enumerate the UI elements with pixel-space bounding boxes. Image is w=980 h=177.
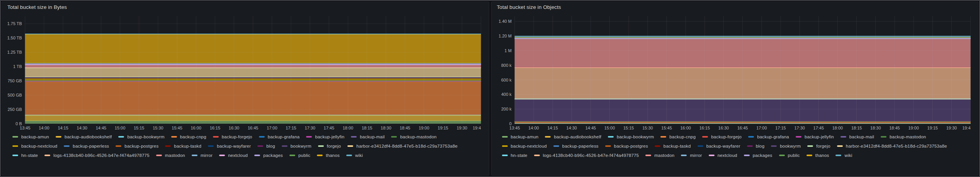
- legend-item-backup-mastodon[interactable]: backup-mastodon: [391, 132, 436, 141]
- x-tick-label: 18:15: [362, 126, 372, 130]
- series-color-swatch: [64, 145, 70, 147]
- legend-item-backup-amun[interactable]: backup-amun: [502, 132, 539, 141]
- legend-item-hn-state[interactable]: hn-state: [12, 151, 38, 160]
- legend-item-harbor-e3412df4-8dd8-47e5-b18d-c29a73753a8e[interactable]: harbor-e3412df4-8dd8-47e5-b18d-c29a73753…: [347, 141, 458, 151]
- panel-header-objects[interactable]: Total bucket size in Objects: [492, 2, 978, 12]
- legend-label: backup-cnpg: [180, 134, 206, 139]
- legend-label: backup-bookwyrm: [127, 134, 164, 139]
- legend-label: backup-forgejo: [222, 134, 252, 139]
- x-tick-label: 18:30: [870, 126, 881, 130]
- y-tick-label: 1.25 TB: [7, 50, 22, 54]
- legend-item-backup-audiobookshelf[interactable]: backup-audiobookshelf: [545, 132, 601, 141]
- legend-item-backup-mail[interactable]: backup-mail: [840, 132, 874, 141]
- legend-item-backup-taskd[interactable]: backup-taskd: [165, 141, 201, 151]
- legend-item-logs-4138cb40-b96c-4526-b47e-f474a4978775[interactable]: logs-4138cb40-b96c-4526-b47e-f474a497877…: [44, 151, 150, 160]
- legend-item-backup-taskd[interactable]: backup-taskd: [655, 141, 691, 151]
- legend-item-forgejo[interactable]: forgejo: [807, 141, 830, 151]
- x-tick-label: 15:15: [623, 126, 634, 130]
- series-color-swatch: [306, 136, 312, 138]
- legend-label: hn-state: [511, 153, 527, 158]
- legend-item-public[interactable]: public: [779, 151, 800, 160]
- x-tick-label: 15:30: [153, 126, 163, 130]
- legend-item-backup-mail[interactable]: backup-mail: [351, 132, 385, 141]
- x-tick-label: 17:00: [756, 126, 767, 130]
- series-color-swatch: [698, 145, 703, 147]
- legend-item-backup-jellyfin[interactable]: backup-jellyfin: [796, 132, 834, 141]
- legend-label: blog: [756, 144, 765, 148]
- legend-item-backup-cnpg[interactable]: backup-cnpg: [171, 132, 206, 141]
- panel-total-bucket-size-objects: Total bucket size in Objects 13:4514:001…: [491, 2, 979, 175]
- legend-item-backup-grafana[interactable]: backup-grafana: [259, 132, 300, 141]
- legend-item-wiki[interactable]: wiki: [835, 151, 852, 160]
- legend-item-forgejo[interactable]: forgejo: [318, 141, 341, 151]
- series-color-swatch: [318, 145, 324, 147]
- legend-label: backup-taskd: [664, 144, 691, 148]
- x-tick-label: 13:45: [509, 126, 520, 130]
- x-tick-label: 19:15: [927, 126, 937, 130]
- x-tick-label: 17:45: [813, 126, 823, 130]
- x-tick-label: 16:15: [699, 126, 709, 130]
- legend-item-backup-cnpg[interactable]: backup-cnpg: [660, 132, 696, 141]
- legend-label: nextcloud: [718, 153, 737, 158]
- legend-item-public[interactable]: public: [289, 151, 310, 160]
- y-tick-label: 600 k: [501, 78, 512, 82]
- legend-label: logs-4138cb40-b96c-4526-b47e-f474a497877…: [543, 153, 639, 158]
- legend-item-nextcloud[interactable]: nextcloud: [219, 151, 248, 160]
- legend-item-nextcloud[interactable]: nextcloud: [709, 151, 737, 160]
- legend-item-mastodon[interactable]: mastodon: [645, 151, 674, 160]
- series-color-swatch: [116, 145, 121, 147]
- series-color-swatch: [502, 136, 508, 138]
- legend-label: backup-cnpg: [669, 134, 696, 139]
- legend-item-packages[interactable]: packages: [254, 151, 283, 160]
- y-tick-label: 1.20 M: [499, 34, 511, 38]
- legend-item-logs-4138cb40-b96c-4526-b47e-f474a4978775[interactable]: logs-4138cb40-b96c-4526-b47e-f474a497877…: [534, 151, 639, 160]
- legend-item-backup-postgres[interactable]: backup-postgres: [605, 141, 648, 151]
- series-color-swatch: [12, 155, 18, 157]
- legend-item-mirror[interactable]: mirror: [681, 151, 702, 160]
- legend-item-backup-paperless[interactable]: backup-paperless: [553, 141, 599, 151]
- legend-item-backup-audiobookshelf[interactable]: backup-audiobookshelf: [56, 132, 112, 141]
- series-color-swatch: [709, 155, 715, 157]
- y-tick-label: 200 k: [501, 107, 512, 111]
- legend-label: harbor-e3412df4-8dd8-47e5-b18d-c29a73753…: [356, 144, 458, 148]
- legend-item-bookwyrm[interactable]: bookwyrm: [771, 141, 801, 151]
- series-color-swatch: [259, 136, 265, 138]
- legend-item-bookwyrm[interactable]: bookwyrm: [282, 141, 311, 151]
- legend-item-backup-forgejo[interactable]: backup-forgejo: [213, 132, 252, 141]
- legend-item-backup-mastodon[interactable]: backup-mastodon: [881, 132, 926, 141]
- panel-header-bytes[interactable]: Total bucket size in Bytes: [2, 2, 489, 12]
- series-color-swatch: [257, 145, 263, 147]
- legend-item-wiki[interactable]: wiki: [346, 151, 363, 160]
- legend-label: backup-nextcloud: [21, 144, 57, 148]
- legend-item-mirror[interactable]: mirror: [192, 151, 213, 160]
- legend-item-backup-forgejo[interactable]: backup-forgejo: [702, 132, 742, 141]
- legend-item-backup-paperless[interactable]: backup-paperless: [64, 141, 109, 151]
- legend-label: forgejo: [327, 144, 341, 148]
- legend-item-hn-state[interactable]: hn-state: [502, 151, 527, 160]
- legend-item-backup-bookwyrm[interactable]: backup-bookwyrm: [118, 132, 164, 141]
- legend-item-blog[interactable]: blog: [257, 141, 275, 151]
- legend-item-backup-nextcloud[interactable]: backup-nextcloud: [502, 141, 547, 151]
- legend-item-mastodon[interactable]: mastodon: [156, 151, 185, 160]
- legend-item-backup-grafana[interactable]: backup-grafana: [748, 132, 789, 141]
- legend-item-harbor-e3412df4-8dd8-47e5-b18d-c29a73753a8e[interactable]: harbor-e3412df4-8dd8-47e5-b18d-c29a73753…: [837, 141, 947, 151]
- series-color-swatch: [502, 155, 508, 157]
- legend-item-packages[interactable]: packages: [744, 151, 772, 160]
- legend-item-backup-jellyfin[interactable]: backup-jellyfin: [306, 132, 344, 141]
- legend-item-backup-bookwyrm[interactable]: backup-bookwyrm: [608, 132, 654, 141]
- legend-item-backup-nextcloud[interactable]: backup-nextcloud: [12, 141, 57, 151]
- legend-item-blog[interactable]: blog: [747, 141, 765, 151]
- legend-item-backup-amun[interactable]: backup-amun: [12, 132, 49, 141]
- objects-stacked-area-chart[interactable]: 13:4514:0014:1514:3014:4515:0015:1515:30…: [492, 12, 978, 131]
- legend-label: backup-mail: [849, 134, 874, 139]
- series-color-swatch: [660, 136, 666, 138]
- legend-item-thanos[interactable]: thanos: [806, 151, 829, 160]
- series-color-swatch: [796, 136, 801, 138]
- legend-item-thanos[interactable]: thanos: [317, 151, 340, 160]
- series-color-swatch: [12, 136, 18, 138]
- legend-item-backup-wayfarer[interactable]: backup-wayfarer: [208, 141, 251, 151]
- legend-label: backup-amun: [21, 134, 49, 139]
- legend-item-backup-wayfarer[interactable]: backup-wayfarer: [698, 141, 740, 151]
- bytes-stacked-area-chart[interactable]: 13:4514:0014:1514:3014:4515:0015:1515:30…: [2, 12, 489, 131]
- legend-item-backup-postgres[interactable]: backup-postgres: [116, 141, 158, 151]
